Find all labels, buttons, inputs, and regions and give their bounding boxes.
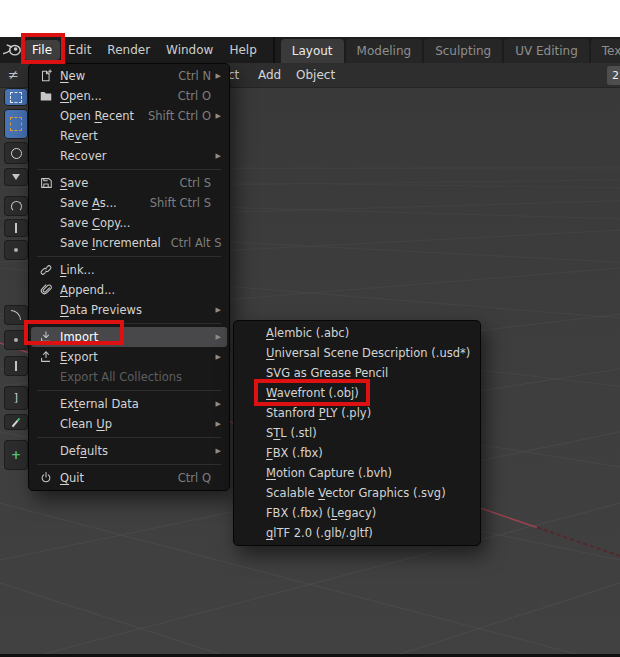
menu-separator (37, 169, 221, 170)
menu-item-shortcut: Shift Ctrl O (138, 109, 211, 123)
menu-item-save[interactable]: SaveCtrl S (31, 173, 227, 193)
menu-item-wavefront-obj[interactable]: Wavefront (.obj) (236, 383, 478, 403)
menu-item-quit[interactable]: QuitCtrl Q (31, 468, 227, 488)
menu-item-open[interactable]: Open...Ctrl O (31, 86, 227, 106)
menu-item-stanford-ply-ply[interactable]: Stanford PLY (.ply) (236, 403, 478, 423)
tab-uv-editing[interactable]: UV Editing (504, 39, 589, 63)
desktop-background (0, 0, 620, 37)
tool-cursor[interactable] (4, 142, 28, 164)
tool-add-cube-icon: + (11, 450, 21, 460)
menu-item-recover[interactable]: Recover▶ (31, 146, 227, 166)
tool-brackets[interactable]: ] (4, 386, 28, 410)
menu-item-universal-scene-description-usd[interactable]: Universal Scene Description (.usd*) (236, 343, 478, 363)
menu-item-data-previews[interactable]: Data Previews▶ (31, 300, 227, 320)
menu-item-new[interactable]: NewCtrl N▶ (31, 66, 227, 86)
tool-cursor-icon (11, 148, 22, 159)
blender-logo-icon[interactable] (0, 43, 24, 57)
menu-item-gltf-2-0-glb-gltf[interactable]: glTF 2.0 (.glb/.gltf) (236, 523, 478, 543)
menu-item-label: External Data (60, 397, 139, 411)
menu-item-label: Open Recent (60, 109, 134, 123)
menu-item-label: glTF 2.0 (.glb/.gltf) (266, 526, 373, 540)
menu-item-export[interactable]: Export▶ (31, 347, 227, 367)
file-menu: NewCtrl N▶Open...Ctrl OOpen RecentShift … (28, 63, 230, 491)
menubar-file[interactable]: File (24, 40, 60, 60)
submenu-arrow-icon: ▶ (211, 112, 221, 120)
menu-item-external-data[interactable]: External Data▶ (31, 394, 227, 414)
menu-item-label: FBX (.fbx) (Legacy) (266, 506, 376, 520)
menu-item-defaults[interactable]: Defaults▶ (31, 441, 227, 461)
menu-item-svg-as-grease-pencil[interactable]: SVG as Grease Pencil (236, 363, 478, 383)
tool-rotate[interactable] (4, 196, 28, 216)
tool-scale[interactable] (4, 219, 28, 237)
menu-item-shortcut: Ctrl N (168, 69, 211, 83)
menu-item-label: Revert (60, 129, 98, 143)
tool-brackets-icon: ] (14, 393, 18, 403)
menu-item-save-incremental[interactable]: Save IncrementalCtrl Alt S (31, 233, 227, 253)
editor-type-icon[interactable]: ≠ (8, 63, 19, 87)
menu-item-motion-capture-bvh[interactable]: Motion Capture (.bvh) (236, 463, 478, 483)
file-new-icon (39, 69, 60, 83)
menu-separator (37, 256, 221, 257)
menu-item-revert[interactable]: Revert (31, 126, 227, 146)
tool-select-active-icon (10, 117, 22, 131)
tool-select-box-icon (10, 92, 22, 103)
menubar-help[interactable]: Help (221, 40, 264, 60)
menu-item-label: FBX (.fbx) (266, 446, 323, 460)
submenu-arrow-icon: ▶ (211, 353, 221, 361)
menu-item-label: Universal Scene Description (.usd*) (266, 346, 470, 360)
menu-item-clean-up[interactable]: Clean Up▶ (31, 414, 227, 434)
viewport-menu-add[interactable]: Add (258, 63, 281, 87)
tab-sculpting[interactable]: Sculpting (424, 39, 502, 63)
menu-item-label: Motion Capture (.bvh) (266, 466, 392, 480)
menu-separator (37, 464, 221, 465)
submenu-arrow-icon: ▶ (211, 333, 221, 341)
menubar-render[interactable]: Render (99, 40, 158, 60)
submenu-arrow-icon: ▶ (211, 447, 221, 455)
viewport-menu-object[interactable]: Object (296, 63, 335, 87)
tool-transform[interactable] (4, 240, 28, 260)
menu-item-scalable-vector-graphics-svg[interactable]: Scalable Vector Graphics (.svg) (236, 483, 478, 503)
blender-window: FileEditRenderWindowHelp LayoutModelingS… (0, 0, 620, 657)
menu-item-label: SVG as Grease Pencil (266, 366, 388, 380)
tool-extra[interactable] (4, 356, 28, 376)
quit-icon (39, 471, 60, 485)
tool-move[interactable] (4, 168, 28, 186)
header-value-badge[interactable]: 2 (607, 66, 620, 85)
tab-layout[interactable]: Layout (281, 39, 344, 63)
tab-texture-paint[interactable]: Texture Paint (591, 39, 620, 63)
tool-measure[interactable] (4, 330, 28, 350)
tool-select-box[interactable] (4, 88, 28, 106)
tool-select-active[interactable] (4, 109, 28, 139)
menu-separator (37, 437, 221, 438)
menu-separator (37, 323, 221, 324)
menu-item-label: Data Previews (60, 303, 142, 317)
menu-item-save-copy[interactable]: Save Copy... (31, 213, 227, 233)
menu-item-import[interactable]: Import▶ (31, 327, 227, 347)
menubar-window[interactable]: Window (158, 40, 221, 60)
submenu-arrow-icon: ▶ (211, 72, 221, 80)
tool-transform-icon (14, 248, 18, 252)
tool-measure-icon (14, 338, 18, 342)
menu-item-link[interactable]: Link... (31, 260, 227, 280)
menu-item-alembic-abc[interactable]: Alembic (.abc) (236, 323, 478, 343)
menu-item-append[interactable]: Append... (31, 280, 227, 300)
menu-item-fbx-fbx-legacy[interactable]: FBX (.fbx) (Legacy) (236, 503, 478, 523)
menubar-edit[interactable]: Edit (60, 40, 99, 60)
tool-annotate[interactable] (4, 305, 28, 325)
tool-add-cube[interactable]: + (4, 440, 28, 470)
tool-move-icon (12, 174, 20, 180)
submenu-arrow-icon: ▶ (211, 152, 221, 160)
menu-item-save-as[interactable]: Save As...Shift Ctrl S (31, 193, 227, 213)
append-icon (39, 283, 60, 297)
menu-item-label: Wavefront (.obj) (266, 386, 359, 400)
folder-open-icon (39, 89, 60, 103)
menu-item-label: Clean Up (60, 417, 112, 431)
tool-scale-icon (15, 223, 17, 233)
menu-item-stl-stl[interactable]: STL (.stl) (236, 423, 478, 443)
menu-item-open-recent[interactable]: Open RecentShift Ctrl O▶ (31, 106, 227, 126)
menu-item-fbx-fbx[interactable]: FBX (.fbx) (236, 443, 478, 463)
tool-pen[interactable] (4, 414, 28, 430)
save-icon (39, 176, 60, 190)
tab-modeling[interactable]: Modeling (346, 39, 423, 63)
menu-item-label: Link... (60, 263, 95, 277)
